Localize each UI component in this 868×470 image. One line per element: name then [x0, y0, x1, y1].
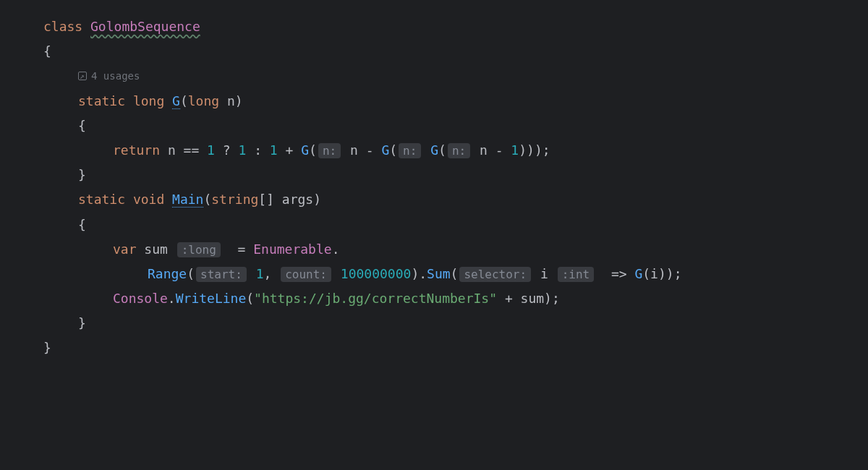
brace-close: }: [78, 167, 86, 182]
code-line[interactable]: }: [43, 336, 868, 360]
paren: (: [451, 266, 459, 281]
param-args: args: [282, 192, 313, 207]
paren: (: [309, 142, 317, 158]
paren: )));: [519, 142, 550, 158]
op-plus: +: [286, 142, 294, 158]
keyword-long: long: [188, 93, 219, 108]
number-start: 1: [256, 266, 264, 281]
string-literal: "https://jb.gg/correctNumberIs": [254, 291, 497, 306]
code-line[interactable]: {: [43, 39, 868, 64]
code-editor[interactable]: class GolombSequence { 4 usages static l…: [0, 14, 868, 361]
inlay-hint-long: :long: [177, 242, 221, 257]
op-ternary-c: :: [254, 142, 262, 158]
var-sum: sum: [521, 291, 545, 306]
inlay-hint-selector: selector:: [459, 267, 531, 282]
inlay-hint-n: n:: [399, 143, 421, 158]
keyword-static: static: [78, 93, 125, 108]
method-name-g: G: [172, 93, 180, 109]
brace-open: {: [78, 118, 86, 133]
method-call-writeline: WriteLine: [176, 291, 247, 306]
keyword-void: void: [133, 192, 164, 207]
class-console: Console: [113, 291, 168, 306]
code-line[interactable]: static long G(long n): [43, 89, 868, 114]
op-assign: =: [238, 242, 246, 257]
method-call-g: G: [301, 142, 309, 158]
paren: (: [642, 266, 650, 281]
paren: ));: [658, 266, 682, 281]
usages-text: 4 usages: [91, 67, 140, 86]
keyword-class: class: [43, 19, 82, 34]
inlay-hint-int: :int: [558, 267, 595, 282]
inlay-hint-n: n:: [318, 143, 341, 158]
paren: (: [438, 142, 446, 158]
inlay-hint-n: n:: [448, 143, 470, 158]
brackets: []: [258, 192, 274, 207]
op-eq: ==: [184, 142, 200, 158]
code-line[interactable]: {: [43, 213, 868, 237]
paren: (: [180, 93, 188, 108]
code-line[interactable]: var sum :long = Enumerable.: [43, 237, 868, 262]
paren: ): [313, 192, 321, 207]
brace-close: }: [78, 315, 86, 330]
method-call-g: G: [381, 142, 389, 158]
paren: (: [203, 192, 211, 207]
keyword-return: return: [113, 142, 160, 158]
method-call-g: G: [634, 266, 642, 281]
method-call-sum: Sum: [427, 266, 451, 281]
brace-close: }: [43, 340, 51, 355]
usages-hint-line[interactable]: 4 usages: [43, 64, 868, 88]
class-enumerable: Enumerable: [253, 242, 331, 257]
op-minus: -: [495, 142, 503, 158]
paren: ): [235, 93, 243, 108]
var-n: n: [350, 142, 358, 158]
code-line[interactable]: Range(start: 1, count: 100000000).Sum(se…: [43, 262, 868, 286]
var-n: n: [480, 142, 488, 158]
var-i: i: [540, 266, 548, 281]
dot: .: [168, 291, 176, 306]
keyword-long: long: [133, 93, 164, 108]
comma: ,: [264, 266, 272, 281]
code-line[interactable]: }: [43, 163, 868, 187]
method-call-g: G: [430, 142, 438, 158]
number-1: 1: [511, 142, 519, 158]
var-sum: sum: [144, 242, 168, 257]
usages-icon: [78, 72, 87, 80]
number-1: 1: [207, 142, 215, 158]
param-n: n: [227, 93, 235, 108]
number-1: 1: [238, 142, 246, 158]
op-plus: +: [505, 291, 513, 306]
dot: .: [332, 242, 340, 257]
op-minus: -: [366, 142, 374, 158]
keyword-string: string: [211, 192, 258, 207]
paren: (: [187, 266, 195, 281]
code-line[interactable]: class GolombSequence: [43, 14, 868, 39]
usages-indicator[interactable]: 4 usages: [78, 67, 140, 86]
code-line[interactable]: static void Main(string[] args): [43, 187, 868, 212]
var-n: n: [168, 142, 176, 158]
code-line[interactable]: {: [43, 114, 868, 138]
method-call-range: Range: [148, 266, 187, 281]
code-line[interactable]: return n == 1 ? 1 : 1 + G(n: n - G(n: G(…: [43, 138, 868, 163]
brace-open: {: [43, 43, 51, 59]
number-count: 100000000: [341, 266, 412, 281]
paren: );: [544, 291, 560, 306]
var-i: i: [650, 266, 658, 281]
paren: (: [389, 142, 397, 158]
number-1: 1: [270, 142, 278, 158]
inlay-hint-count: count:: [281, 267, 331, 282]
paren: (: [246, 291, 254, 306]
op-arrow: =>: [611, 266, 627, 281]
class-name: GolombSequence: [90, 19, 200, 34]
code-line[interactable]: Console.WriteLine("https://jb.gg/correct…: [43, 286, 868, 311]
code-line[interactable]: }: [43, 311, 868, 336]
op-ternary-q: ?: [223, 142, 231, 158]
paren: ).: [411, 266, 427, 281]
method-name-main: Main: [172, 192, 203, 208]
keyword-var: var: [113, 242, 137, 257]
brace-open: {: [78, 217, 86, 232]
inlay-hint-start: start:: [196, 267, 247, 282]
keyword-static: static: [78, 192, 125, 207]
